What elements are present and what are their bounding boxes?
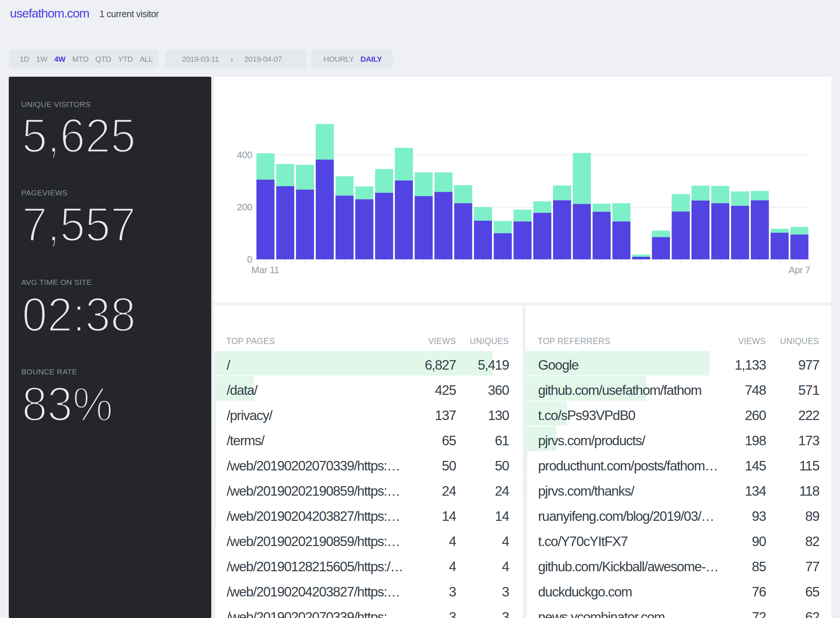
svg-text:Apr 7: Apr 7	[788, 264, 810, 275]
svg-text:Mar 11: Mar 11	[252, 264, 279, 275]
svg-text:200: 200	[237, 202, 252, 212]
svg-text:400: 400	[237, 149, 252, 160]
svg-text:0: 0	[247, 254, 252, 265]
